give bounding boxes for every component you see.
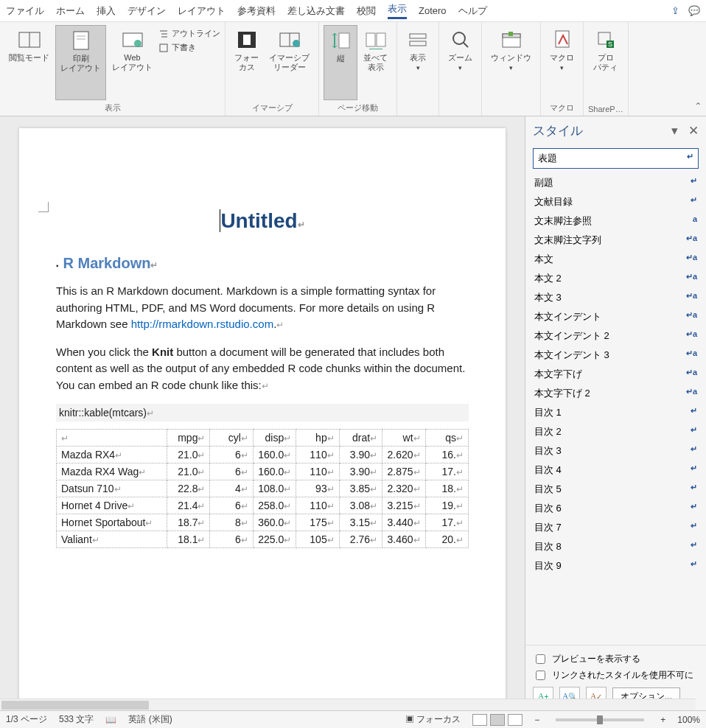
show-icon (406, 28, 430, 52)
styles-dropdown-icon[interactable]: ▾ (671, 123, 678, 139)
table-row[interactable]: Mazda RX4↵21.0↵6↵160.0↵110↵3.90↵2.620↵16… (57, 447, 469, 463)
language-indicator[interactable]: 英語 (米国) (128, 713, 172, 726)
mtcars-table[interactable]: ↵mpg↵cyl↵disp↵hp↵drat↵wt↵qs↵ Mazda RX4↵2… (56, 429, 469, 548)
margin-corner (38, 202, 49, 212)
style-item[interactable]: 目次 5↵ (528, 480, 703, 499)
zoom-level[interactable]: 100% (677, 715, 700, 725)
doc-heading-1[interactable]: ▪R Markdown↵ (56, 255, 469, 272)
style-item[interactable]: 本文インデント↵a (528, 307, 703, 326)
style-item[interactable]: 本文字下げ 2↵a (528, 384, 703, 403)
current-style[interactable]: 表題↵ (533, 148, 699, 169)
style-item[interactable]: 本文 2↵a (528, 269, 703, 288)
window-button[interactable]: ウィンドウ▾ (486, 25, 536, 111)
table-row[interactable]: Mazda RX4 Wag↵21.0↵6↵160.0↵110↵3.90↵2.87… (57, 463, 469, 480)
menu-layout[interactable]: レイアウト (178, 4, 226, 18)
svg-point-6 (134, 40, 141, 47)
style-item[interactable]: 文末脚注文字列↵a (528, 231, 703, 250)
share-icon[interactable]: ⇪ (671, 5, 679, 16)
menu-file[interactable]: ファイル (6, 4, 44, 18)
style-item[interactable]: 目次 2↵ (528, 422, 703, 441)
table-header: cyl↵ (210, 430, 253, 447)
print-layout-button[interactable]: 印刷 レイアウト (55, 25, 106, 100)
side-by-side-button[interactable]: 並べて 表示 (359, 25, 392, 100)
document-area[interactable]: Untitled↵ ▪R Markdown↵ This is an R Mark… (0, 116, 525, 710)
table-header: ↵ (57, 430, 167, 447)
style-item[interactable]: 副題↵ (528, 173, 703, 192)
scrollbar-thumb[interactable] (1, 701, 149, 710)
style-item[interactable]: 目次 6↵ (528, 499, 703, 518)
table-row[interactable]: Datsun 710↵22.8↵4↵108.0↵93↵3.85↵2.320↵18… (57, 480, 469, 497)
menu-view[interactable]: 表示 (388, 2, 407, 19)
menu-references[interactable]: 参考資料 (237, 4, 276, 18)
zoom-icon (449, 28, 472, 52)
style-item[interactable]: 本文字下げ↵a (528, 365, 703, 384)
svg-line-24 (464, 43, 468, 47)
style-item[interactable]: 目次 1↵ (528, 403, 703, 422)
style-item[interactable]: 本文インデント 2↵a (528, 326, 703, 346)
zoom-out-button[interactable]: − (534, 715, 539, 725)
group-view-label: 表示 (4, 100, 220, 116)
menu-zotero[interactable]: Zotero (419, 5, 447, 16)
zoom-slider[interactable] (556, 718, 644, 721)
menu-help[interactable]: ヘルプ (458, 4, 487, 18)
table-row[interactable]: Hornet Sportabout↵18.7↵8↵360.0↵175↵3.15↵… (57, 514, 469, 531)
style-item[interactable]: 文末脚注参照a (528, 211, 703, 231)
comments-icon[interactable]: 💬 (688, 5, 700, 16)
doc-paragraph-1[interactable]: This is an R Markdown document. Markdown… (56, 283, 469, 333)
style-item[interactable]: 文献目録↵ (528, 192, 703, 211)
reading-mode-button[interactable]: 閲覧モード (4, 25, 54, 100)
doc-paragraph-2[interactable]: When you click the Knit button a documen… (56, 344, 469, 394)
style-item[interactable]: 目次 8↵ (528, 537, 703, 556)
print-layout-icon (69, 29, 93, 52)
rmarkdown-link[interactable]: http://rmarkdown.rstudio.com (131, 318, 273, 330)
ribbon: 閲覧モード 印刷 レイアウト Web レイアウト アウトライン 下書き 表示 フ… (0, 22, 706, 116)
style-item[interactable]: 本文 3↵a (528, 288, 703, 307)
draft-button[interactable]: 下書き (158, 42, 220, 53)
print-layout-view-icon[interactable] (490, 714, 505, 726)
svg-rect-19 (377, 33, 385, 46)
style-item[interactable]: 目次 7↵ (528, 518, 703, 537)
code-block[interactable]: knitr::kable(mtcars)↵ (56, 404, 469, 421)
menu-insert[interactable]: 挿入 (97, 4, 116, 18)
doc-title[interactable]: Untitled↵ (56, 209, 469, 233)
style-item[interactable]: 本文インデント 3↵a (528, 346, 703, 365)
svg-rect-27 (508, 32, 513, 36)
word-count[interactable]: 533 文字 (59, 713, 94, 726)
styles-list[interactable]: 副題↵文献目録↵文末脚注参照a文末脚注文字列↵a本文↵a本文 2↵a本文 3↵a… (525, 173, 706, 645)
style-item[interactable]: 目次 3↵ (528, 441, 703, 461)
immersive-reader-button[interactable]: イマーシブ リーダー (265, 25, 314, 100)
focus-mode-button[interactable]: ▣ フォーカス (405, 713, 461, 726)
spellcheck-icon[interactable]: 📖 (105, 715, 116, 725)
page-indicator[interactable]: 1/3 ページ (6, 713, 47, 726)
menu-home[interactable]: ホーム (56, 4, 85, 18)
zoom-button[interactable]: ズーム▾ (444, 25, 477, 111)
property-button[interactable]: S プロ パティ (589, 25, 622, 102)
horizontal-scrollbar[interactable] (0, 699, 696, 710)
table-row[interactable]: Hornet 4 Drive↵21.4↵6↵258.0↵110↵3.08↵3.2… (57, 497, 469, 514)
outline-button[interactable]: アウトライン (158, 28, 220, 39)
styles-close-icon[interactable]: ✕ (688, 123, 699, 139)
vertical-button[interactable]: 縦 (324, 25, 357, 100)
group-sharepoint-label: ShareP… (588, 102, 623, 116)
style-item[interactable]: 本文↵a (528, 250, 703, 269)
table-header: qs↵ (425, 430, 468, 447)
style-item[interactable]: 目次 9↵ (528, 556, 703, 575)
show-button[interactable]: 表示▾ (402, 25, 434, 111)
style-item[interactable]: 目次 4↵ (528, 461, 703, 480)
menu-review[interactable]: 校閲 (357, 4, 376, 18)
zoom-in-button[interactable]: + (660, 715, 665, 725)
menu-design[interactable]: デザイン (127, 4, 166, 18)
macro-button[interactable]: マクロ▾ (545, 25, 579, 100)
read-mode-icon[interactable] (472, 714, 487, 726)
collapse-ribbon-icon[interactable]: ˆ (696, 102, 700, 115)
table-row[interactable]: Valiant↵18.1↵6↵225.0↵105↵2.76↵3.460↵20.↵ (57, 531, 469, 548)
menu-mailings[interactable]: 差し込み文書 (287, 4, 345, 18)
focus-button[interactable]: フォー カス (230, 25, 263, 100)
show-preview-checkbox[interactable]: プレビューを表示する (533, 652, 699, 666)
styles-pane: スタイル ▾ ✕ 表題↵ 副題↵文献目録↵文末脚注参照a文末脚注文字列↵a本文↵… (525, 116, 706, 710)
svg-point-15 (293, 40, 300, 47)
disable-linked-checkbox[interactable]: リンクされたスタイルを使用不可に (533, 668, 699, 682)
window-icon (500, 28, 523, 52)
web-layout-view-icon[interactable] (508, 714, 522, 726)
web-layout-button[interactable]: Web レイアウト (108, 25, 157, 100)
